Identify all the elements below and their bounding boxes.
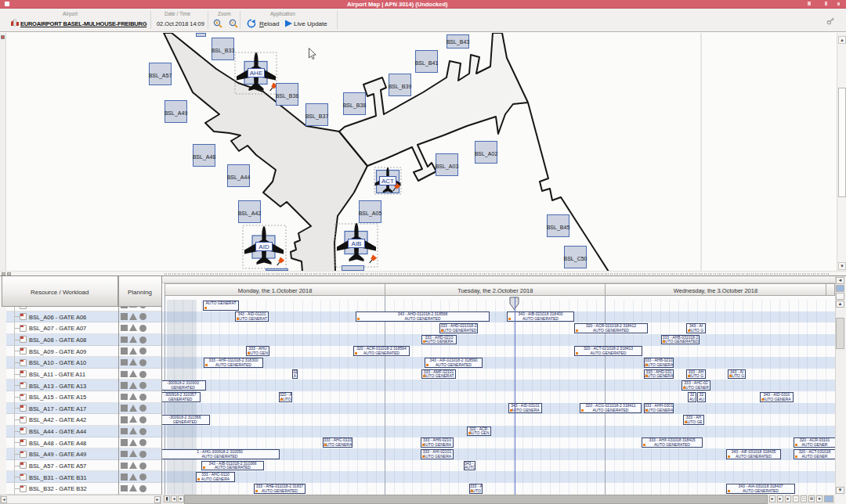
svg-text:AIB: AIB <box>352 240 362 247</box>
svg-text:AID: AID <box>258 243 269 250</box>
svg-text:AHE: AHE <box>250 70 262 77</box>
svg-text:ACT: ACT <box>381 178 394 185</box>
